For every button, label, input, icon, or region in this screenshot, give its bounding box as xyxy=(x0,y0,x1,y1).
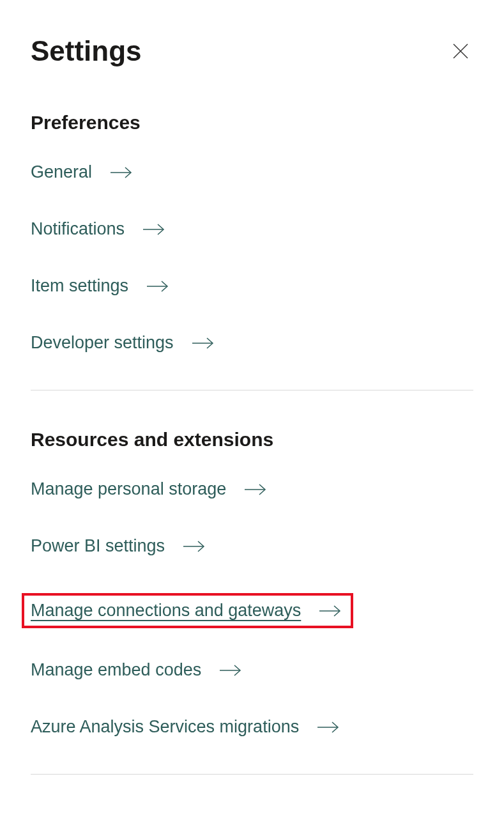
link-notifications[interactable]: Notifications xyxy=(31,219,473,239)
link-general[interactable]: General xyxy=(31,162,473,182)
arrow-right-icon xyxy=(244,483,267,496)
link-item-settings[interactable]: Item settings xyxy=(31,276,473,296)
arrow-right-icon xyxy=(317,721,340,734)
section-divider xyxy=(31,774,473,775)
arrow-right-icon xyxy=(219,664,242,677)
link-label: Manage personal storage xyxy=(31,479,226,499)
link-label: Manage embed codes xyxy=(31,660,201,680)
link-manage-embed-codes[interactable]: Manage embed codes xyxy=(31,660,473,680)
link-label: Item settings xyxy=(31,276,128,296)
link-developer-settings[interactable]: Developer settings xyxy=(31,333,473,353)
link-label: Notifications xyxy=(31,219,125,239)
close-button[interactable] xyxy=(448,38,473,64)
panel-header: Settings xyxy=(31,35,473,67)
link-label: Manage connections and gateways xyxy=(31,601,301,621)
link-label: General xyxy=(31,162,92,182)
section-heading-resources: Resources and extensions xyxy=(31,429,473,451)
link-manage-personal-storage[interactable]: Manage personal storage xyxy=(31,479,473,499)
arrow-right-icon xyxy=(192,337,215,350)
link-azure-analysis-services-migrations[interactable]: Azure Analysis Services migrations xyxy=(31,717,473,737)
link-label: Developer settings xyxy=(31,333,174,353)
panel-title: Settings xyxy=(31,35,142,67)
arrow-right-icon xyxy=(319,605,342,617)
section-heading-preferences: Preferences xyxy=(31,112,473,134)
arrow-right-icon xyxy=(183,540,206,553)
arrow-right-icon xyxy=(110,166,133,179)
close-icon xyxy=(452,42,470,60)
link-label: Power BI settings xyxy=(31,536,165,556)
link-power-bi-settings[interactable]: Power BI settings xyxy=(31,536,473,556)
settings-panel: Settings Preferences General Notificatio… xyxy=(0,0,504,775)
link-label: Azure Analysis Services migrations xyxy=(31,717,299,737)
section-divider xyxy=(31,390,473,390)
link-manage-connections-gateways[interactable]: Manage connections and gateways xyxy=(22,593,353,628)
arrow-right-icon xyxy=(142,223,165,236)
arrow-right-icon xyxy=(146,280,169,293)
